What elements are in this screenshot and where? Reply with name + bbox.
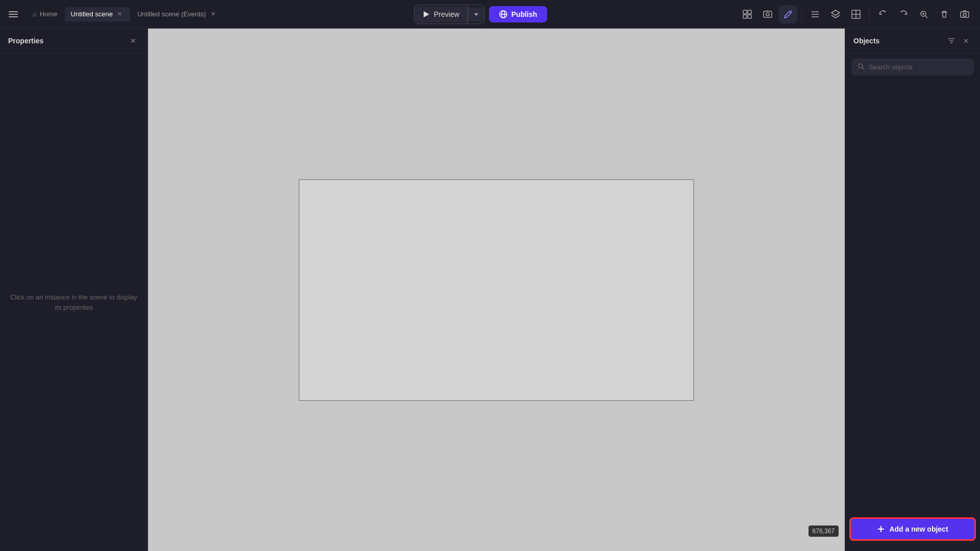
objects-panel-close[interactable]: ✕ xyxy=(960,35,972,47)
svg-point-13 xyxy=(766,13,769,16)
play-icon xyxy=(423,11,430,18)
preview-label: Preview xyxy=(434,10,459,18)
main-area: Properties ✕ Click on an instance in the… xyxy=(0,29,980,551)
topbar-center: Preview Publish xyxy=(223,5,738,24)
objects-panel-title: Objects xyxy=(853,37,879,45)
svg-rect-1 xyxy=(9,14,18,15)
add-object-label: Add a new object xyxy=(889,525,948,533)
coordinates-display: 676,367 xyxy=(808,525,839,537)
search-icon xyxy=(857,63,865,71)
home-icon: ⌂ xyxy=(33,10,37,18)
objects-panel: Objects ✕ xyxy=(845,29,980,551)
svg-rect-12 xyxy=(764,11,772,17)
menu-button[interactable] xyxy=(4,5,22,23)
list-tool-icon xyxy=(810,9,820,19)
search-icon-svg xyxy=(857,63,865,70)
objects-panel-header: Objects ✕ xyxy=(845,29,980,54)
scene-canvas xyxy=(299,179,694,401)
assets-tool-button[interactable] xyxy=(758,5,777,23)
tab-events-close[interactable]: ✕ xyxy=(209,10,217,18)
zoom-icon xyxy=(919,10,928,19)
publish-label: Publish xyxy=(511,10,537,18)
tab-scene-label: Untitled scene xyxy=(71,10,113,18)
preview-button-group: Preview xyxy=(414,5,485,24)
delete-button[interactable] xyxy=(935,5,953,23)
add-object-button[interactable]: Add a new object xyxy=(849,517,976,541)
screenshot-icon xyxy=(960,10,969,19)
svg-rect-11 xyxy=(748,15,751,18)
filter-icon xyxy=(948,37,955,44)
preview-dropdown-button[interactable] xyxy=(468,7,484,21)
layers-tool-icon xyxy=(830,9,841,19)
screenshot-button[interactable] xyxy=(955,5,974,23)
svg-point-29 xyxy=(859,64,863,68)
objects-search-bar xyxy=(851,59,974,76)
objects-tool-icon xyxy=(742,9,752,19)
preview-main-button[interactable]: Preview xyxy=(414,6,468,22)
topbar: ⌂ Home Untitled scene ✕ Untitled scene (… xyxy=(0,0,980,29)
layers-tool-button[interactable] xyxy=(826,5,845,23)
objects-tool-button[interactable] xyxy=(738,5,756,23)
svg-point-25 xyxy=(963,13,966,16)
zoom-button[interactable] xyxy=(915,5,933,23)
svg-line-21 xyxy=(925,16,927,18)
edit-tool-icon xyxy=(783,9,793,19)
svg-rect-0 xyxy=(9,11,18,12)
canvas-area[interactable]: 676,367 xyxy=(148,29,845,551)
properties-panel: Properties ✕ Click on an instance in the… xyxy=(0,29,148,551)
toolbar-sep-1 xyxy=(801,8,802,20)
tab-scene[interactable]: Untitled scene ✕ xyxy=(65,7,130,21)
undo-button[interactable] xyxy=(874,5,892,23)
svg-rect-9 xyxy=(748,10,751,14)
properties-panel-header: Properties ✕ xyxy=(0,29,148,54)
svg-marker-3 xyxy=(424,11,429,17)
svg-rect-8 xyxy=(743,10,747,14)
tab-home[interactable]: ⌂ Home xyxy=(27,7,64,21)
publish-button[interactable]: Publish xyxy=(489,6,548,22)
topbar-left: ⌂ Home Untitled scene ✕ Untitled scene (… xyxy=(0,5,223,23)
tab-home-label: Home xyxy=(40,10,58,18)
assets-tool-icon xyxy=(763,9,773,19)
objects-panel-actions: ✕ xyxy=(945,35,972,47)
edit-tool-button[interactable] xyxy=(779,5,797,23)
tab-events[interactable]: Untitled scene (Events) ✕ xyxy=(131,7,223,21)
objects-filter-button[interactable] xyxy=(945,35,958,47)
toolbar-sep-2 xyxy=(869,8,870,20)
list-tool-button[interactable] xyxy=(806,5,824,23)
grid-tool-icon xyxy=(851,9,861,19)
search-input[interactable] xyxy=(869,63,968,71)
grid-tool-button[interactable] xyxy=(847,5,865,23)
svg-line-30 xyxy=(863,68,865,70)
svg-marker-4 xyxy=(474,13,478,16)
undo-icon xyxy=(878,10,888,19)
chevron-down-icon xyxy=(473,11,479,17)
tab-scene-close[interactable]: ✕ xyxy=(116,10,124,18)
redo-button[interactable] xyxy=(894,5,913,23)
tab-list: ⌂ Home Untitled scene ✕ Untitled scene (… xyxy=(27,7,223,21)
plus-icon xyxy=(877,525,885,533)
tab-events-label: Untitled scene (Events) xyxy=(137,10,206,18)
globe-icon xyxy=(499,10,507,18)
svg-rect-2 xyxy=(9,16,18,17)
redo-icon xyxy=(899,10,908,19)
properties-panel-empty: Click on an instance in the scene to dis… xyxy=(0,54,148,551)
delete-icon xyxy=(940,10,949,19)
properties-panel-close[interactable]: ✕ xyxy=(127,35,139,47)
topbar-right xyxy=(738,5,980,23)
properties-panel-title: Properties xyxy=(8,37,43,45)
svg-rect-10 xyxy=(743,15,747,18)
properties-empty-message: Click on an instance in the scene to dis… xyxy=(10,292,137,312)
